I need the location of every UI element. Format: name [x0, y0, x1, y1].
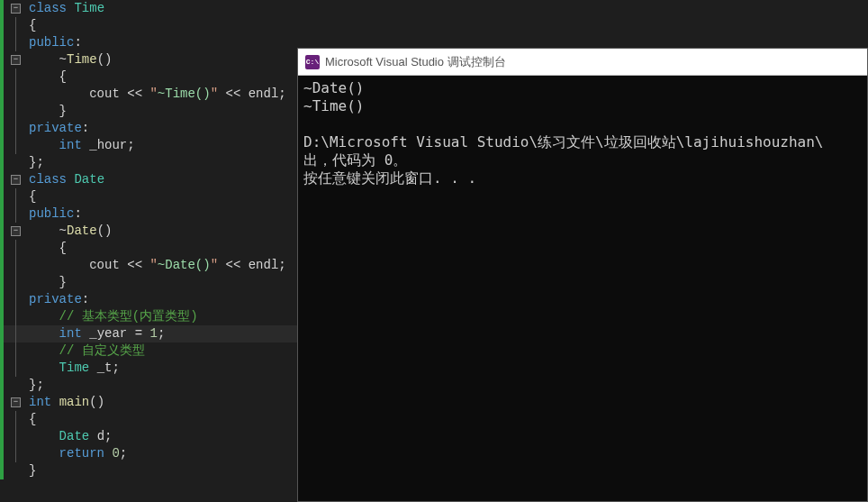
code-line[interactable]: { — [0, 17, 868, 34]
fold-icon[interactable]: − — [11, 4, 21, 14]
console-line: 按任意键关闭此窗口. . . — [303, 169, 476, 187]
console-titlebar[interactable]: C:\ Microsoft Visual Studio 调试控制台 — [298, 49, 867, 76]
fold-icon[interactable]: − — [11, 397, 21, 407]
console-line: ~Time() — [303, 97, 364, 114]
vs-icon: C:\ — [305, 55, 320, 69]
fold-icon[interactable]: − — [11, 55, 21, 65]
code-line[interactable]: −class Time — [0, 0, 868, 17]
debug-console-window[interactable]: C:\ Microsoft Visual Studio 调试控制台 ~Date(… — [297, 48, 868, 502]
console-output[interactable]: ~Date() ~Time() D:\Microsoft Visual Stud… — [298, 76, 867, 501]
fold-icon[interactable]: − — [11, 175, 21, 185]
console-line: 出，代码为 0。 — [303, 151, 407, 169]
console-line: D:\Microsoft Visual Studio\练习文件\垃圾回收站\la… — [303, 133, 823, 151]
console-title: Microsoft Visual Studio 调试控制台 — [325, 54, 506, 70]
fold-icon[interactable]: − — [11, 226, 21, 236]
console-line: ~Date() — [303, 79, 364, 96]
